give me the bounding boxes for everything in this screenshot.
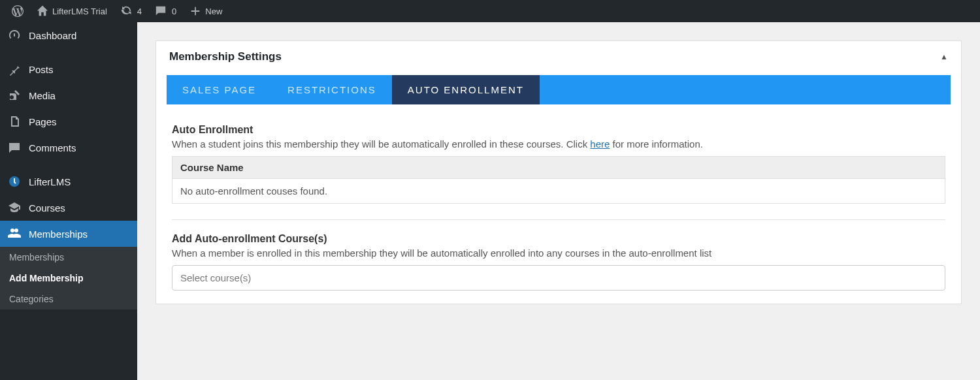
sidebar-item-posts[interactable]: Posts (0, 56, 137, 82)
add-course-heading: Add Auto-enrollment Course(s) (172, 233, 945, 245)
collapse-icon[interactable]: ▲ (940, 52, 948, 61)
comment-icon (155, 5, 167, 17)
auto-enroll-description: When a student joins this membership the… (172, 138, 945, 150)
tab-fill (540, 75, 951, 104)
new-content-link[interactable]: New (183, 0, 229, 22)
sidebar-item-pages[interactable]: Pages (0, 108, 137, 135)
submenu: Memberships Add Membership Categories (0, 247, 137, 309)
new-label: New (205, 7, 222, 16)
divider (172, 219, 945, 220)
sidebar-item-media[interactable]: Media (0, 82, 137, 108)
sidebar-item-courses[interactable]: Courses (0, 195, 137, 221)
sidebar-item-label: Pages (29, 116, 57, 127)
sidebar-item-label: Courses (29, 202, 65, 214)
metabox-header[interactable]: Membership Settings ▲ (156, 41, 961, 75)
media-icon (8, 89, 21, 102)
sidebar-item-memberships[interactable]: Memberships (0, 221, 137, 247)
sidebar-item-label: Media (29, 90, 56, 101)
more-info-link[interactable]: here (590, 138, 610, 150)
courses-table: Course Name No auto-enrollment couses fo… (172, 156, 945, 204)
tab-body: Auto Enrollment When a student joins thi… (156, 104, 961, 304)
table-empty-row: No auto-enrollment couses found. (172, 179, 945, 203)
site-link[interactable]: LifterLMS Trial (30, 0, 114, 22)
sidebar-item-label: LifterLMS (29, 176, 71, 187)
sidebar-item-label: Memberships (29, 229, 88, 240)
site-name: LifterLMS Trial (52, 7, 107, 16)
comment-icon (8, 141, 21, 154)
comments-count: 0 (172, 7, 176, 16)
tab-sales-page[interactable]: SALES PAGE (167, 75, 272, 104)
auto-enroll-heading: Auto Enrollment (172, 124, 945, 136)
tab-restrictions[interactable]: RESTRICTIONS (272, 75, 392, 104)
update-icon (120, 5, 132, 17)
sidebar-item-label: Comments (29, 142, 76, 153)
sidebar-item-comments[interactable]: Comments (0, 135, 137, 161)
users-icon (8, 227, 21, 240)
content-area: Membership Settings ▲ SALES PAGE RESTRIC… (137, 22, 980, 380)
tab-nav: SALES PAGE RESTRICTIONS AUTO ENROLLMENT (167, 75, 951, 104)
pin-icon (8, 63, 21, 76)
graduation-icon (8, 201, 21, 214)
comments-link[interactable]: 0 (148, 0, 183, 22)
dashboard-icon (8, 29, 21, 42)
metabox-title: Membership Settings (169, 50, 282, 63)
wp-logo[interactable] (5, 0, 30, 22)
admin-sidebar: Dashboard Posts Media Pages Comments Lif… (0, 22, 137, 380)
pages-icon (8, 115, 21, 128)
sidebar-item-lifterlms[interactable]: LifterLMS (0, 168, 137, 195)
home-icon (37, 5, 48, 17)
membership-settings-box: Membership Settings ▲ SALES PAGE RESTRIC… (155, 40, 962, 304)
add-course-description: When a member is enrolled in this member… (172, 247, 945, 259)
submenu-item-add-membership[interactable]: Add Membership (0, 268, 137, 289)
wordpress-icon (12, 5, 24, 17)
admin-bar: LifterLMS Trial 4 0 New (0, 0, 980, 22)
lifterlms-icon (8, 175, 21, 188)
submenu-item-categories[interactable]: Categories (0, 289, 137, 309)
sidebar-item-label: Dashboard (29, 30, 76, 41)
submenu-item-memberships[interactable]: Memberships (0, 247, 137, 268)
sidebar-item-dashboard[interactable]: Dashboard (0, 22, 137, 48)
updates-count: 4 (137, 7, 142, 16)
course-select[interactable]: Select course(s) (172, 265, 945, 291)
tab-auto-enrollment[interactable]: AUTO ENROLLMENT (392, 75, 540, 104)
table-header-course-name: Course Name (172, 157, 945, 179)
sidebar-item-label: Posts (29, 64, 54, 75)
updates-link[interactable]: 4 (114, 0, 148, 22)
plus-icon (189, 5, 201, 17)
